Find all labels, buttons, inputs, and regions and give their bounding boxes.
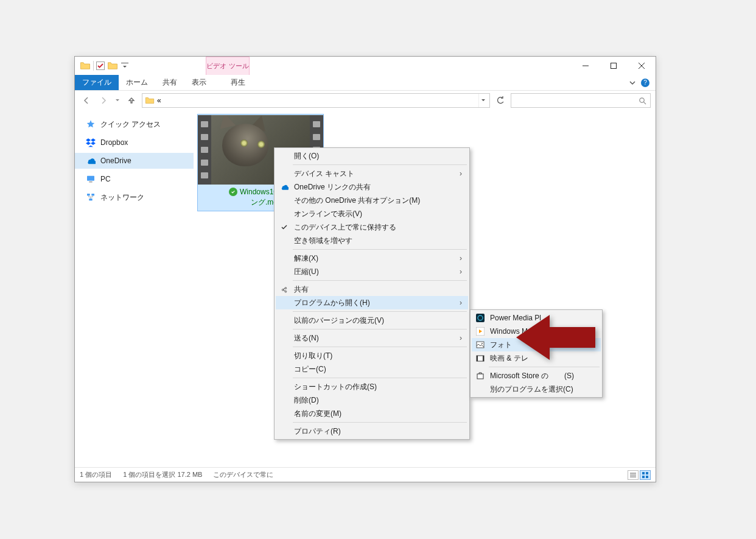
sidebar-network[interactable]: ネットワーク [75,189,194,205]
star-icon [86,119,96,129]
nav-recent-button[interactable] [114,94,121,107]
sidebar-label: ネットワーク [100,192,144,203]
svg-rect-16 [642,472,645,474]
submenu-movies-tv[interactable]: 映画 & テレ [472,351,601,365]
svg-point-24 [481,343,483,344]
submenu-windows-media[interactable]: Windows M [472,325,601,338]
dropbox-icon [86,138,96,147]
menu-onedrive-other[interactable]: その他の OneDrive 共有オプション(M) [276,194,468,207]
menu-separator [293,378,467,378]
sidebar-onedrive[interactable]: OneDrive [75,153,194,169]
menu-cut[interactable]: 切り取り(T) [276,349,468,362]
menu-share[interactable]: 共有 [276,283,468,296]
submenu-photos[interactable]: フォト [472,338,601,351]
address-path: « [157,96,161,105]
ribbon-tab-file[interactable]: ファイル [75,75,119,90]
nav-row: « [75,91,656,110]
status-item-count: 1 個の項目 [80,470,112,479]
svg-rect-12 [89,199,92,200]
sidebar-label: クイック アクセス [100,119,161,130]
sidebar: クイック アクセス Dropbox OneDrive PC ネットワーク [75,110,194,467]
submenu-arrow-icon: › [460,254,462,262]
status-selected: 1 個の項目を選択 17.2 MB [123,470,202,479]
menu-view-online[interactable]: オンラインで表示(V) [276,207,468,220]
svg-rect-10 [87,194,90,196]
menu-properties[interactable]: プロパティ(R) [276,425,468,438]
menu-copy[interactable]: コピー(C) [276,362,468,376]
pc-icon [86,174,96,184]
network-icon [86,192,96,202]
power-media-icon [475,313,485,323]
menu-free-space[interactable]: 空き領域を増やす [276,234,468,247]
sidebar-label: Dropbox [100,138,128,147]
checkbox-icon[interactable] [96,62,105,70]
menu-cast[interactable]: デバイス キャスト› [276,167,468,180]
qat-dropdown-icon[interactable] [121,62,129,70]
menu-rename[interactable]: 名前の変更(M) [276,407,468,420]
svg-rect-27 [483,356,484,361]
ribbon-tab-view[interactable]: 表示 [184,75,214,90]
open-with-submenu: Power Media Pl Windows M フォト 映画 & テレ Mic… [470,309,603,398]
nav-forward-button[interactable] [97,94,110,107]
ribbon-tab-home[interactable]: ホーム [119,75,155,90]
address-dropdown-icon[interactable] [478,94,487,107]
menu-compress[interactable]: 圧縮(U)› [276,265,468,278]
share-icon [279,284,289,294]
nav-back-button[interactable] [80,94,93,107]
wmp-icon [475,326,485,336]
onedrive-icon [279,182,289,192]
view-toggles [628,470,651,480]
sidebar-pc[interactable]: PC [75,171,194,187]
menu-send-to[interactable]: 送る(N)› [276,331,468,345]
ribbon-collapse-icon[interactable] [629,79,636,86]
sidebar-label: OneDrive [100,157,131,165]
menu-restore[interactable]: 以前のバージョンの復元(V) [276,314,468,327]
folder-icon [145,96,155,105]
submenu-store[interactable]: Microsoft Store の(S) [472,369,601,382]
menu-always-keep[interactable]: このデバイス上で常に保持する [276,220,468,234]
view-thumbnails-button[interactable] [640,470,651,480]
menu-shortcut[interactable]: ショートカットの作成(S) [276,380,468,393]
menu-open[interactable]: 開く(O) [276,149,468,163]
help-icon[interactable]: ? [641,79,649,87]
ribbon-tab-share[interactable]: 共有 [155,75,184,90]
window-controls [572,57,656,75]
svg-rect-18 [642,476,645,478]
svg-rect-19 [646,476,648,478]
menu-open-with[interactable]: プログラムから開く(H)› [276,296,468,309]
ribbon-right: ? [629,75,656,90]
svg-rect-1 [121,63,128,63]
submenu-choose[interactable]: 別のプログラムを選択(C) [472,382,601,396]
search-box[interactable] [511,93,651,108]
menu-separator [489,367,600,367]
svg-rect-8 [87,176,94,181]
folder-icon[interactable] [107,60,118,71]
sidebar-dropbox[interactable]: Dropbox [75,135,194,150]
submenu-arrow-icon: › [460,334,462,342]
nav-up-button[interactable] [125,94,138,107]
status-bar: 1 個の項目 1 個の項目を選択 17.2 MB このデバイスで常に [75,467,656,482]
view-details-button[interactable] [628,470,639,480]
address-bar[interactable]: « [142,93,490,108]
minimize-button[interactable] [572,57,600,75]
close-button[interactable] [628,57,656,75]
filmstrip-left [198,115,211,185]
folder-icon [80,60,91,71]
menu-delete[interactable]: 削除(D) [276,393,468,407]
maximize-button[interactable] [600,57,628,75]
context-menu: 開く(O) デバイス キャスト› OneDrive リンクの共有 その他の On… [274,147,470,440]
menu-onedrive-share[interactable]: OneDrive リンクの共有 [276,180,468,194]
menu-separator [293,164,467,165]
svg-rect-17 [646,472,648,474]
refresh-button[interactable] [494,94,507,107]
submenu-arrow-icon: › [460,298,462,307]
svg-line-7 [643,102,646,104]
svg-rect-9 [89,181,92,182]
onedrive-icon [86,156,96,166]
menu-extract[interactable]: 解凍(X)› [276,252,468,265]
sidebar-quick-access[interactable]: クイック アクセス [75,116,194,132]
quick-access-toolbar [75,60,129,71]
submenu-power-media[interactable]: Power Media Pl [472,311,601,325]
svg-point-6 [640,97,644,102]
ribbon-tab-play[interactable]: 再生 [216,75,260,90]
